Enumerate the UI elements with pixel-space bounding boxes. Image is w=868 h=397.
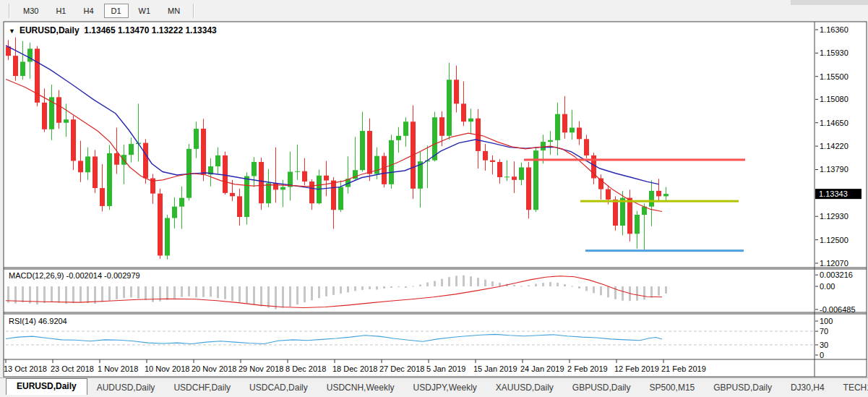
macd-name: MACD(12,26,9) [9, 271, 64, 280]
svg-text:0: 0 [820, 351, 824, 359]
svg-text:27 Dec 2018: 27 Dec 2018 [379, 364, 424, 373]
chart-background [4, 22, 867, 377]
svg-text:1.15500: 1.15500 [820, 72, 848, 81]
chart-canvas: 1.163601.159301.155001.150801.146501.142… [0, 0, 868, 397]
chart-tab-audusd-daily[interactable]: AUDUSD,Daily [87, 380, 165, 395]
chart-tab-tech1[interactable]: TECH1 [834, 380, 868, 395]
svg-text:1.12070: 1.12070 [820, 259, 848, 268]
svg-text:21 Feb 2019: 21 Feb 2019 [661, 364, 706, 373]
svg-text:13 Oct 2018: 13 Oct 2018 [4, 364, 47, 373]
svg-text:29 Nov 2018: 29 Nov 2018 [239, 364, 283, 373]
svg-text:100: 100 [820, 317, 833, 325]
svg-text:70: 70 [820, 327, 828, 336]
svg-text:1.14220: 1.14220 [820, 142, 848, 150]
svg-text:1 Nov 2018: 1 Nov 2018 [98, 364, 138, 373]
chart-tab-dj30-h4[interactable]: DJ30,H4 [781, 380, 834, 395]
svg-text:1.13343: 1.13343 [819, 189, 848, 198]
chart-title: ▼EURUSD,Daily 1.13465 1.13470 1.13222 1.… [9, 25, 217, 35]
svg-text:12 Feb 2019: 12 Feb 2019 [614, 364, 659, 373]
svg-text:0.00: 0.00 [820, 282, 835, 291]
chart-tab-usdjpy-weekly[interactable]: USDJPY,Weekly [404, 380, 486, 395]
svg-text:18 Dec 2018: 18 Dec 2018 [332, 364, 377, 373]
svg-text:1.13790: 1.13790 [820, 165, 848, 174]
svg-text:1.14650: 1.14650 [820, 119, 848, 127]
chart-tab-sp500-m15[interactable]: SP500,M15 [640, 380, 705, 395]
svg-text:5 Jan 2019: 5 Jan 2019 [426, 364, 465, 373]
chart-menu-arrow-icon[interactable]: ▼ [9, 27, 15, 35]
svg-text:-0.006485: -0.006485 [820, 305, 856, 314]
svg-text:0.003216: 0.003216 [820, 270, 853, 279]
svg-text:1.12930: 1.12930 [820, 212, 848, 221]
svg-text:8 Dec 2018: 8 Dec 2018 [285, 364, 326, 373]
chart-tab-usdcad-daily[interactable]: USDCAD,Daily [240, 380, 317, 395]
chart-tab-gbpusd-daily[interactable]: GBPUSD,Daily [563, 380, 640, 395]
chart-tab-xauusd-daily[interactable]: XAUUSD,Daily [486, 380, 563, 395]
support-line-blue[interactable] [585, 249, 744, 252]
macd-values: -0.002014 -0.002979 [66, 271, 139, 280]
chart-tab-usdchf-daily[interactable]: USDCHF,Daily [164, 380, 240, 395]
svg-text:1.15080: 1.15080 [820, 95, 848, 103]
chart-tab-gbpusd-daily[interactable]: GBPUSD,Daily [704, 380, 781, 395]
svg-text:10 Nov 2018: 10 Nov 2018 [145, 364, 189, 373]
svg-text:1.15930: 1.15930 [820, 48, 848, 57]
resistance-line-red[interactable] [524, 158, 745, 161]
svg-text:1.16360: 1.16360 [820, 25, 848, 34]
chart-tab-bar: EURUSD,DailyAUDUSD,DailyUSDCHF,DailyUSDC… [0, 377, 868, 397]
svg-text:23 Oct 2018: 23 Oct 2018 [51, 364, 94, 373]
rsi-indicator-label: RSI(14) 46.9204 [9, 317, 67, 325]
svg-text:20 Nov 2018: 20 Nov 2018 [192, 364, 236, 373]
chart-tab-usdcnh-weekly[interactable]: USDCNH,Weekly [317, 380, 404, 395]
chart-tab-eurusd-daily[interactable]: EURUSD,Daily [6, 378, 87, 395]
svg-text:30: 30 [820, 341, 828, 349]
svg-text:1.12500: 1.12500 [820, 236, 848, 244]
svg-text:15 Jan 2019: 15 Jan 2019 [473, 364, 517, 373]
current-price-tag: 1.13343 [815, 189, 861, 199]
svg-text:2 Feb 2019: 2 Feb 2019 [567, 364, 608, 373]
chart-symbol-period: EURUSD,Daily [20, 25, 80, 35]
mt4-window: M30H1H4D1W1MN 1.163601.159301.155001.150… [0, 0, 868, 397]
support-line-yellow[interactable] [580, 200, 739, 202]
chart-ohlc-values: 1.13465 1.13470 1.13222 1.13343 [84, 25, 217, 35]
macd-indicator-label: MACD(12,26,9) -0.002014 -0.002979 [9, 271, 140, 280]
svg-text:24 Jan 2019: 24 Jan 2019 [520, 364, 564, 373]
rsi-name: RSI(14) [9, 317, 36, 325]
rsi-value: 46.9204 [38, 317, 67, 325]
